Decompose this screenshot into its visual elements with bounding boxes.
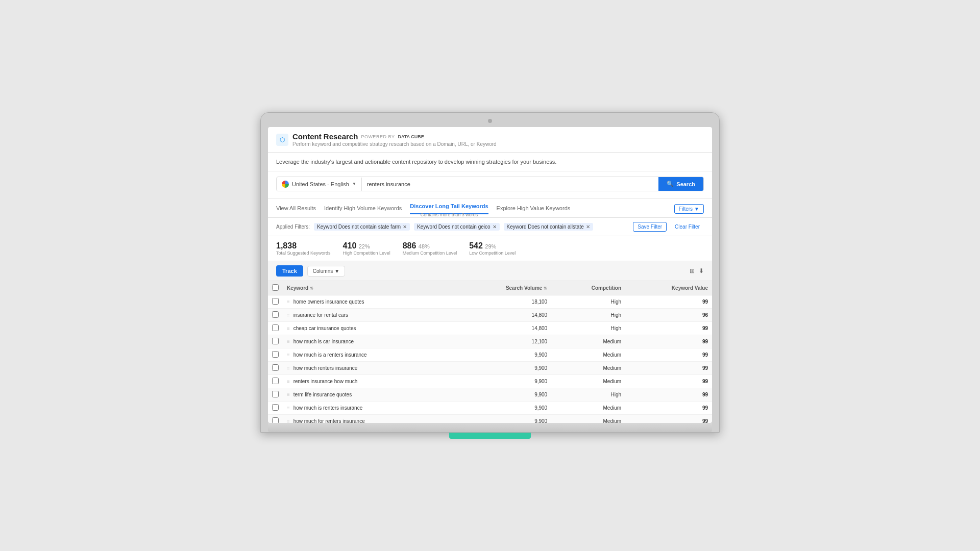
filter-chip-3-text: Keyword Does not contain allstate: [507, 224, 584, 230]
th-kw-value[interactable]: Keyword Value: [625, 281, 712, 295]
save-filter-button[interactable]: Save Filter: [633, 222, 667, 232]
stat-high-label: High Competition Level: [343, 251, 390, 256]
filter-chip-2: Keyword Does not contain geico ✕: [414, 223, 499, 231]
row-checkbox-cell[interactable]: [268, 362, 283, 375]
laptop-stand: [449, 433, 531, 439]
row-checkbox[interactable]: [272, 338, 279, 344]
row-checkbox[interactable]: [272, 311, 279, 318]
table-row: ≡ how much for renters insurance 9,900 M…: [268, 415, 712, 423]
table-row: ≡ how much renters insurance 9,900 Mediu…: [268, 362, 712, 375]
row-checkbox[interactable]: [272, 298, 279, 305]
table-row: ≡ how much is a renters insurance 9,900 …: [268, 348, 712, 362]
row-keyword-cell: ≡ how much is car insurance: [283, 335, 454, 348]
stat-medium: 886 48% Medium Competition Level: [403, 241, 457, 256]
th-keyword[interactable]: Keyword ⇅: [283, 281, 454, 295]
keyword-text: how much is renters insurance: [293, 405, 363, 411]
row-volume-cell: 9,900: [454, 388, 551, 402]
filters-label: Filters: [679, 206, 693, 212]
row-checkbox-cell[interactable]: [268, 335, 283, 348]
app-title: Content Research: [292, 132, 358, 141]
drag-handle-icon: ≡: [287, 325, 290, 331]
stat-total-value: 1,838: [276, 241, 331, 251]
tab-all-results[interactable]: View All Results: [276, 205, 316, 215]
google-icon: [282, 181, 289, 188]
filter-chip-2-remove[interactable]: ✕: [493, 224, 497, 230]
grid-view-button[interactable]: ⊞: [690, 267, 695, 274]
row-volume-cell: 14,800: [454, 322, 551, 335]
filter-chip-1-remove[interactable]: ✕: [403, 224, 407, 230]
filters-button[interactable]: Filters ▼: [674, 204, 704, 214]
download-button[interactable]: ⬇: [699, 267, 704, 274]
th-volume[interactable]: Search Volume ⇅: [454, 281, 551, 295]
stat-medium-value: 886 48%: [403, 241, 457, 251]
filter-chip-3-remove[interactable]: ✕: [586, 224, 590, 230]
row-volume-cell: 18,100: [454, 295, 551, 309]
row-checkbox-cell[interactable]: [268, 375, 283, 388]
row-checkbox[interactable]: [272, 391, 279, 397]
row-checkbox[interactable]: [272, 378, 279, 384]
search-input[interactable]: [362, 178, 658, 190]
th-select-all[interactable]: [268, 281, 283, 295]
filter-chip-3: Keyword Does not contain allstate ✕: [504, 223, 593, 231]
row-volume-cell: 14,800: [454, 309, 551, 322]
locale-selector[interactable]: United States - English ▼: [277, 178, 362, 191]
track-button[interactable]: Track: [276, 265, 303, 277]
row-checkbox-cell[interactable]: [268, 348, 283, 362]
columns-dropdown-icon: ▼: [334, 268, 339, 274]
row-competition-cell: High: [551, 322, 625, 335]
row-keyword-value-cell: 99: [625, 295, 712, 309]
row-competition-cell: Medium: [551, 375, 625, 388]
row-competition-cell: Medium: [551, 348, 625, 362]
tab-high-value[interactable]: Explore High Value Keywords: [497, 205, 571, 215]
camera-dot: [488, 119, 492, 123]
keyword-text: how much renters insurance: [293, 365, 358, 371]
toolbar-right: ⊞ ⬇: [690, 267, 704, 274]
search-btn-label: Search: [676, 181, 695, 187]
row-volume-cell: 9,900: [454, 362, 551, 375]
row-keyword-cell: ≡ renters insurance how much: [283, 375, 454, 388]
row-volume-cell: 9,900: [454, 375, 551, 388]
filters-icon: ▼: [694, 206, 699, 212]
filter-chip-2-text: Keyword Does not contain geico: [417, 224, 490, 230]
tab-high-volume[interactable]: Identify High Volume Keywords: [324, 205, 402, 215]
search-icon: 🔍: [667, 181, 674, 187]
th-keyword-label: Keyword: [287, 285, 308, 291]
drag-handle-icon: ≡: [287, 392, 290, 397]
keyword-text: how much is car insurance: [293, 339, 354, 344]
table-row: ≡ how much is renters insurance 9,900 Me…: [268, 402, 712, 415]
table-row: ≡ cheap car insurance quotes 14,800 High…: [268, 322, 712, 335]
row-checkbox-cell[interactable]: [268, 415, 283, 423]
clear-filter-button[interactable]: Clear Filter: [671, 222, 704, 232]
datacube-label: DATA CUBE: [398, 134, 424, 139]
row-checkbox-cell[interactable]: [268, 388, 283, 402]
columns-button[interactable]: Columns ▼: [307, 266, 345, 277]
row-keyword-cell: ≡ insurance for rental cars: [283, 309, 454, 322]
row-competition-cell: High: [551, 295, 625, 309]
row-competition-cell: Medium: [551, 402, 625, 415]
drag-handle-icon: ≡: [287, 339, 290, 344]
row-checkbox-cell[interactable]: [268, 402, 283, 415]
row-competition-cell: Medium: [551, 362, 625, 375]
row-competition-cell: Medium: [551, 415, 625, 423]
row-checkbox[interactable]: [272, 417, 279, 423]
row-checkbox-cell[interactable]: [268, 322, 283, 335]
drag-handle-icon: ≡: [287, 418, 290, 423]
row-checkbox[interactable]: [272, 324, 279, 331]
row-checkbox[interactable]: [272, 404, 279, 411]
select-all-checkbox[interactable]: [272, 284, 279, 291]
drag-handle-icon: ≡: [287, 352, 290, 358]
row-checkbox-cell[interactable]: [268, 309, 283, 322]
drag-handle-icon: ≡: [287, 299, 290, 305]
locale-text: United States - English: [292, 181, 349, 187]
filter-actions: Save Filter Clear Filter: [633, 222, 704, 232]
stat-medium-label: Medium Competition Level: [403, 251, 457, 256]
row-checkbox-cell[interactable]: [268, 295, 283, 309]
th-competition[interactable]: Competition: [551, 281, 625, 295]
stat-high-value: 410 22%: [343, 241, 390, 251]
keyword-text: home owners insurance quotes: [293, 299, 364, 305]
search-button[interactable]: 🔍 Search: [658, 177, 703, 191]
hero-section: Leverage the industry's largest and acti…: [268, 153, 712, 171]
laptop-bezel: ⬡ Content Research POWERED BY DATA CUBE …: [260, 112, 720, 433]
row-checkbox[interactable]: [272, 364, 279, 371]
row-checkbox[interactable]: [272, 351, 279, 358]
